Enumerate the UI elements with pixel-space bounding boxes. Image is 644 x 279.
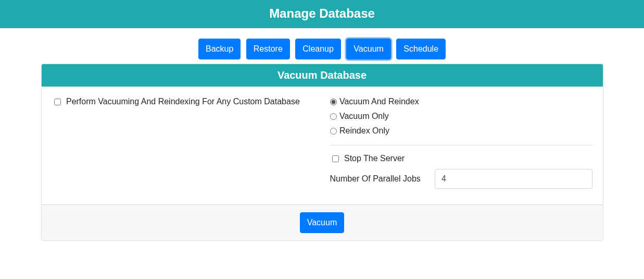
custom-db-label: Perform Vacuuming And Reindexing For Any… bbox=[66, 97, 300, 106]
separator bbox=[330, 145, 592, 145]
custom-db-row: Perform Vacuuming And Reindexing For Any… bbox=[52, 97, 300, 106]
vacuum-button[interactable]: Vacuum bbox=[300, 212, 345, 233]
tab-schedule[interactable]: Schedule bbox=[396, 39, 446, 59]
page-title: Manage Database bbox=[0, 6, 644, 21]
tab-cleanup[interactable]: Cleanup bbox=[295, 39, 341, 59]
stop-server-checkbox[interactable] bbox=[332, 155, 339, 162]
stop-server-label: Stop The Server bbox=[344, 154, 405, 163]
mode-label: Vacuum And Reindex bbox=[339, 97, 419, 106]
panel-footer: Vacuum bbox=[42, 204, 603, 240]
tab-backup[interactable]: Backup bbox=[198, 39, 241, 59]
mode-radio-reindex-only[interactable] bbox=[330, 128, 337, 135]
tab-bar: Backup Restore Cleanup Vacuum Schedule bbox=[41, 39, 603, 59]
mode-radio-vacuum-reindex[interactable] bbox=[330, 99, 337, 105]
tab-vacuum[interactable]: Vacuum bbox=[346, 39, 391, 59]
mode-label: Vacuum Only bbox=[339, 112, 389, 120]
page-banner: Manage Database bbox=[0, 0, 644, 28]
vacuum-panel: Vacuum Database Perform Vacuuming And Re… bbox=[41, 64, 603, 241]
panel-title: Vacuum Database bbox=[42, 64, 603, 87]
tab-restore[interactable]: Restore bbox=[246, 39, 290, 59]
jobs-label: Number Of Parallel Jobs bbox=[330, 174, 435, 184]
mode-radio-vacuum-only[interactable] bbox=[330, 113, 337, 120]
custom-db-checkbox[interactable] bbox=[54, 99, 61, 105]
mode-label: Reindex Only bbox=[339, 126, 389, 135]
jobs-input[interactable] bbox=[435, 169, 592, 189]
mode-radio-group: Vacuum And Reindex Vacuum Only Reindex O… bbox=[330, 97, 592, 136]
